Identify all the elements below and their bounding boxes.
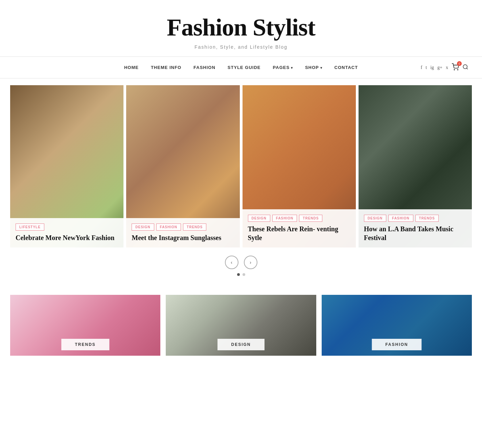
bottom-card-3[interactable]: FASHION bbox=[322, 295, 472, 356]
slider-controls: ‹ › bbox=[10, 247, 472, 281]
tag-design-4[interactable]: DESIGN bbox=[364, 215, 386, 222]
tag-fashion-3[interactable]: FASHION bbox=[272, 215, 297, 222]
google-icon[interactable]: g+ bbox=[437, 65, 442, 70]
nav-home[interactable]: HOME bbox=[119, 62, 144, 73]
slide-title-3: These Rebels Are Rein- venting Sytle bbox=[248, 225, 350, 242]
slide-title-1: Celebrate More NewYork Fashion bbox=[16, 233, 118, 242]
bottom-tag-3[interactable]: FASHION bbox=[372, 339, 421, 350]
slider-dots bbox=[237, 273, 245, 276]
svg-point-1 bbox=[457, 69, 458, 70]
tag-trends-4[interactable]: TRENDS bbox=[415, 215, 439, 222]
nav-contact[interactable]: CONTACT bbox=[329, 62, 364, 73]
slide-overlay-4: DESIGN FASHION TRENDS How an L.A Band Ta… bbox=[359, 209, 472, 247]
slide-overlay-2: DESIGN FASHION TRENDS Meet the Instagram… bbox=[126, 218, 239, 247]
next-button[interactable]: › bbox=[244, 256, 257, 269]
nav-links: HOME THEME INFO FASHION STYLE GUIDE PAGE… bbox=[14, 62, 468, 73]
nav-style-guide[interactable]: STYLE GUIDE bbox=[222, 62, 266, 73]
nav-theme-info[interactable]: THEME INFO bbox=[145, 62, 187, 73]
dot-1[interactable] bbox=[237, 273, 240, 276]
tag-lifestyle[interactable]: LIFESTYLE bbox=[16, 223, 44, 231]
slide-card-3[interactable]: DESIGN FASHION TRENDS These Rebels Are R… bbox=[243, 85, 356, 247]
slide-card-1[interactable]: LIFESTYLE Celebrate More NewYork Fashion bbox=[10, 85, 123, 247]
nav-fashion[interactable]: FASHION bbox=[188, 62, 221, 73]
slide-overlay-3: DESIGN FASHION TRENDS These Rebels Are R… bbox=[243, 209, 356, 247]
instagram-icon[interactable]: ig bbox=[430, 65, 434, 70]
site-header: Fashion Stylist Fashion, Style, and Life… bbox=[0, 0, 482, 57]
slide-card-4[interactable]: DESIGN FASHION TRENDS How an L.A Band Ta… bbox=[359, 85, 472, 247]
dot-2[interactable] bbox=[243, 273, 245, 276]
bottom-tag-2[interactable]: DESIGN bbox=[217, 339, 264, 350]
search-icon[interactable] bbox=[462, 64, 468, 71]
bottom-section: TRENDS DESIGN FASHION bbox=[0, 288, 482, 369]
bottom-card-1[interactable]: TRENDS bbox=[10, 295, 160, 356]
search-svg bbox=[462, 64, 468, 70]
site-tagline: Fashion, Style, and Lifestyle Blog bbox=[7, 44, 475, 50]
facebook-icon[interactable]: f bbox=[421, 65, 422, 70]
site-title: Fashion Stylist bbox=[7, 14, 475, 42]
xing-icon[interactable]: x bbox=[446, 65, 448, 70]
nav-shop[interactable]: SHOP bbox=[300, 62, 328, 73]
tag-trends-2[interactable]: TRENDS bbox=[183, 223, 206, 231]
svg-point-0 bbox=[454, 69, 455, 70]
slide-card-2[interactable]: DESIGN FASHION TRENDS Meet the Instagram… bbox=[126, 85, 239, 247]
tag-row-3: DESIGN FASHION TRENDS bbox=[248, 215, 350, 222]
tag-trends-3[interactable]: TRENDS bbox=[299, 215, 322, 222]
twitter-icon[interactable]: t bbox=[426, 65, 427, 70]
slide-title-4: How an L.A Band Takes Music Festival bbox=[364, 225, 466, 242]
nav-pages[interactable]: PAGES bbox=[268, 62, 298, 73]
tag-row-4: DESIGN FASHION TRENDS bbox=[364, 215, 466, 222]
tag-row-1: LIFESTYLE bbox=[16, 223, 118, 231]
cart-badge: 0 bbox=[457, 61, 462, 66]
slide-overlay-1: LIFESTYLE Celebrate More NewYork Fashion bbox=[10, 218, 123, 247]
tag-design-3[interactable]: DESIGN bbox=[248, 215, 270, 222]
tag-fashion-4[interactable]: FASHION bbox=[388, 215, 413, 222]
bottom-card-2[interactable]: DESIGN bbox=[166, 295, 316, 356]
tag-design-2[interactable]: DESIGN bbox=[132, 223, 154, 231]
slider-arrows: ‹ › bbox=[225, 256, 257, 269]
svg-point-2 bbox=[463, 65, 467, 69]
svg-line-3 bbox=[466, 68, 467, 69]
slider-grid: LIFESTYLE Celebrate More NewYork Fashion… bbox=[10, 85, 472, 247]
navbar: HOME THEME INFO FASHION STYLE GUIDE PAGE… bbox=[0, 57, 482, 78]
bottom-tag-1[interactable]: TRENDS bbox=[61, 339, 109, 350]
nav-icons: f t ig g+ x 0 bbox=[421, 63, 468, 72]
tag-fashion-2[interactable]: FASHION bbox=[156, 223, 181, 231]
slide-title-2: Meet the Instagram Sunglasses bbox=[132, 233, 234, 242]
tag-row-2: DESIGN FASHION TRENDS bbox=[132, 223, 234, 231]
cart-icon[interactable]: 0 bbox=[452, 63, 459, 72]
slider-section: LIFESTYLE Celebrate More NewYork Fashion… bbox=[0, 78, 482, 288]
prev-button[interactable]: ‹ bbox=[225, 256, 238, 269]
